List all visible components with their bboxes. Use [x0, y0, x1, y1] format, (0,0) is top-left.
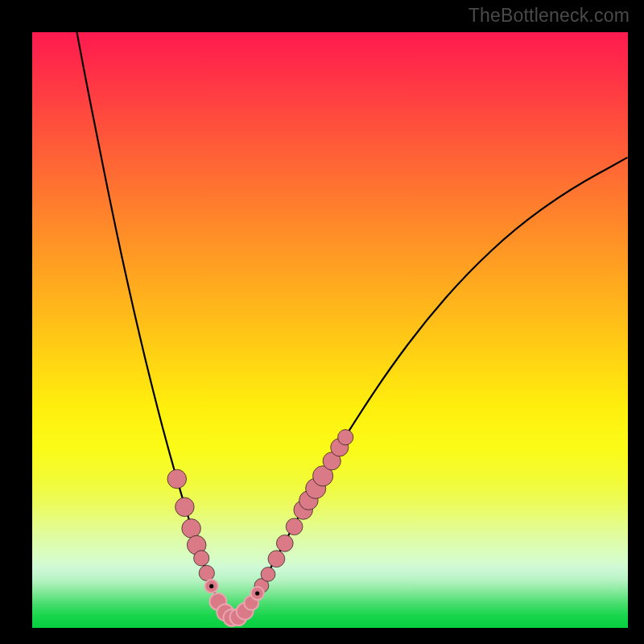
watermark-text: TheBottleneck.com — [469, 5, 630, 27]
left-branch-marker — [175, 497, 195, 517]
right-branch-marker — [276, 535, 293, 552]
curve-markers — [32, 32, 628, 628]
right-branch-marker — [286, 518, 303, 535]
valley-marker-center — [209, 584, 213, 588]
chart-frame: TheBottleneck.com — [0, 0, 644, 644]
right-branch-marker — [338, 430, 353, 445]
plot-area — [32, 32, 628, 628]
left-branch-marker — [199, 565, 214, 580]
left-branch-marker — [194, 551, 209, 566]
left-branch-marker — [167, 469, 187, 489]
left-branch-marker — [182, 519, 201, 539]
right-branch-marker — [261, 568, 275, 582]
valley-marker-center — [255, 592, 259, 596]
right-branch-marker — [268, 551, 285, 568]
